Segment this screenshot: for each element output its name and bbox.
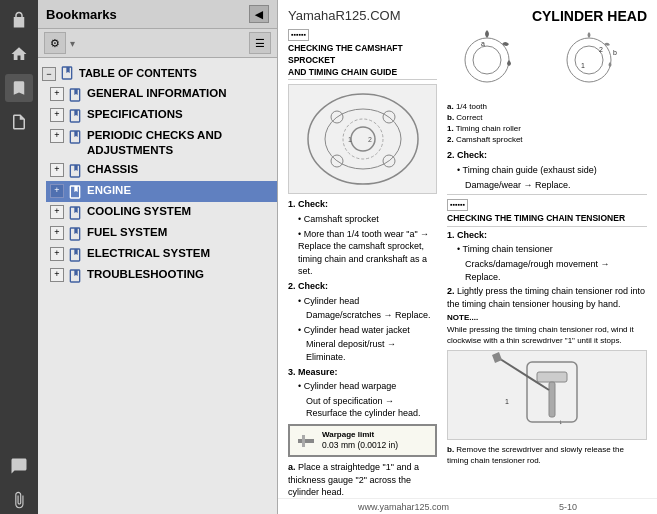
check-tensioner: • Timing chain tensioner bbox=[457, 243, 647, 256]
page-content: YamahaR125.COM CYLINDER HEAD ▪▪▪▪▪▪ CHEC… bbox=[278, 0, 657, 498]
specs-expand[interactable]: + bbox=[50, 108, 64, 122]
legend-1: 1. Timing chain roller bbox=[447, 123, 647, 134]
sidebar-title: Bookmarks bbox=[46, 7, 117, 22]
chassis-label: CHASSIS bbox=[87, 162, 138, 177]
legend-2: 2. Camshaft sprocket bbox=[447, 134, 647, 145]
sidebar-item-general[interactable]: + GENERAL INFORMATION bbox=[46, 84, 277, 105]
sidebar-item-fuel[interactable]: + FUEL SYSTEM bbox=[46, 223, 277, 244]
svg-marker-31 bbox=[492, 352, 502, 363]
cooling-expand[interactable]: + bbox=[50, 205, 64, 219]
section-tag: ▪▪▪▪▪▪ bbox=[288, 29, 309, 41]
sidebar-item-chassis[interactable]: + CHASSIS bbox=[46, 160, 277, 181]
general-expand[interactable]: + bbox=[50, 87, 64, 101]
check-cracks: Cracks/damage/rough movement → Replace. bbox=[465, 258, 647, 283]
svg-rect-28 bbox=[537, 372, 567, 382]
page-header: YamahaR125.COM CYLINDER HEAD bbox=[288, 8, 647, 24]
periodic-label: PERIODIC CHECKS AND ADJUSTMENTS bbox=[87, 128, 273, 158]
step3-warpage: • Cylinder head warpage bbox=[298, 380, 437, 393]
warpage-box: Warpage limit 0.03 mm (0.0012 in) bbox=[288, 424, 437, 457]
step2-mineral: Mineral deposit/rust → Eliminate. bbox=[306, 338, 437, 363]
specs-icon bbox=[67, 108, 83, 124]
periodic-expand[interactable]: + bbox=[50, 129, 64, 143]
footer-page: 5-10 bbox=[559, 502, 577, 512]
toc-root-label: TABLE OF CONTENTS bbox=[79, 67, 197, 79]
step1-camshaft: • Camshaft sprocket bbox=[298, 213, 437, 226]
note2-label: NOTE.... bbox=[447, 312, 647, 323]
svg-point-1 bbox=[325, 109, 401, 169]
sprocket-svg-left: a bbox=[447, 28, 527, 93]
electrical-expand[interactable]: + bbox=[50, 247, 64, 261]
warpage-icon bbox=[296, 431, 316, 451]
sidebar-item-specifications[interactable]: + SPECIFICATIONS bbox=[46, 105, 277, 126]
cooling-icon bbox=[67, 205, 83, 221]
step2: 2. Check: bbox=[288, 280, 437, 293]
chat-icon[interactable] bbox=[5, 452, 33, 480]
right-divider bbox=[447, 194, 647, 195]
electrical-label: ELECTRICAL SYSTEM bbox=[87, 246, 210, 261]
svg-text:2: 2 bbox=[599, 46, 603, 53]
svg-point-22 bbox=[567, 38, 611, 82]
svg-text:1: 1 bbox=[348, 136, 352, 143]
svg-rect-11 bbox=[302, 435, 305, 447]
general-icon bbox=[67, 87, 83, 103]
document-icon[interactable] bbox=[5, 108, 33, 136]
troubleshooting-icon bbox=[67, 268, 83, 284]
step2-right: 2. Check: bbox=[447, 149, 647, 162]
fuel-icon bbox=[67, 226, 83, 242]
sidebar-item-electrical[interactable]: + ELECTRICAL SYSTEM bbox=[46, 244, 277, 265]
left-column: ▪▪▪▪▪▪ CHECKING THE CAMSHAFT SPROCKETAND… bbox=[288, 28, 437, 498]
troubleshooting-expand[interactable]: + bbox=[50, 268, 64, 282]
svg-rect-10 bbox=[298, 439, 314, 443]
sprocket-diagrams: a b bbox=[447, 28, 647, 97]
troubleshooting-label: TROUBLESHOOTING bbox=[87, 267, 204, 282]
svg-text:2: 2 bbox=[368, 136, 372, 143]
left-toolbar bbox=[0, 0, 38, 514]
sidebar-item-cooling[interactable]: + COOLING SYSTEM bbox=[46, 202, 277, 223]
check-step2: 2. Lightly press the timing chain tensio… bbox=[447, 285, 647, 310]
svg-point-20 bbox=[473, 46, 501, 74]
toc-root-expand[interactable]: − bbox=[42, 67, 56, 81]
step2-damage: Damage/scratches → Replace. bbox=[306, 309, 437, 322]
specs-label: SPECIFICATIONS bbox=[87, 107, 183, 122]
chassis-expand[interactable]: + bbox=[50, 163, 64, 177]
sidebar-collapse-button[interactable]: ◀ bbox=[249, 5, 269, 23]
section-title-camshaft: CHECKING THE CAMSHAFT SPROCKETAND TIMING… bbox=[288, 43, 437, 81]
legend-block: a. 1/4 tooth b. Correct 1. Timing chain … bbox=[447, 101, 647, 146]
sidebar-item-periodic[interactable]: + PERIODIC CHECKS AND ADJUSTMENTS bbox=[46, 126, 277, 160]
lock-icon[interactable] bbox=[5, 6, 33, 34]
engine-expand[interactable]: + bbox=[50, 184, 64, 198]
step2-jacket: • Cylinder head water jacket bbox=[298, 324, 437, 337]
check-step1: 1. Check: bbox=[447, 229, 647, 242]
tensioner-svg: 1 ↓ bbox=[477, 352, 617, 437]
right-column: a b bbox=[447, 28, 647, 498]
engine-label: ENGINE bbox=[87, 183, 131, 198]
svg-text:a: a bbox=[481, 40, 485, 47]
footer-site: www.yamahar125.com bbox=[358, 502, 449, 512]
step2-guide-wear: Damage/wear → Replace. bbox=[465, 179, 647, 192]
home-icon[interactable] bbox=[5, 40, 33, 68]
sidebar: Bookmarks ◀ ⚙ ▾ ☰ − TABLE OF CONTENTS + … bbox=[38, 0, 278, 514]
step1: 1. Check: bbox=[288, 198, 437, 211]
warpage-label: Warpage limit bbox=[322, 429, 398, 440]
sidebar-content: − TABLE OF CONTENTS + GENERAL INFORMATIO… bbox=[38, 58, 277, 514]
fuel-expand[interactable]: + bbox=[50, 226, 64, 240]
svg-rect-29 bbox=[549, 382, 555, 417]
svg-text:b: b bbox=[613, 49, 617, 56]
electrical-icon bbox=[67, 247, 83, 263]
sidebar-view-icon[interactable]: ☰ bbox=[249, 32, 271, 54]
main-content: YamahaR125.COM CYLINDER HEAD ▪▪▪▪▪▪ CHEC… bbox=[278, 0, 657, 514]
camshaft-diagram: 1 2 bbox=[288, 84, 437, 194]
svg-point-19 bbox=[465, 38, 509, 82]
page-columns: ▪▪▪▪▪▪ CHECKING THE CAMSHAFT SPROCKETAND… bbox=[288, 28, 647, 498]
toc-root-item[interactable]: − TABLE OF CONTENTS bbox=[38, 62, 277, 84]
sidebar-item-engine[interactable]: + ENGINE bbox=[46, 181, 277, 202]
chassis-icon bbox=[67, 163, 83, 179]
bookmark-icon[interactable] bbox=[5, 74, 33, 102]
clip-icon[interactable] bbox=[5, 486, 33, 514]
note2-text: While pressing the timing chain tensione… bbox=[447, 324, 647, 346]
svg-text:1: 1 bbox=[581, 62, 585, 69]
sprocket-diagram-left: a bbox=[447, 28, 545, 97]
sidebar-item-troubleshooting[interactable]: + TROUBLESHOOTING bbox=[46, 265, 277, 286]
page-site: YamahaR125.COM bbox=[288, 8, 400, 23]
sidebar-gear-icon[interactable]: ⚙ bbox=[44, 32, 66, 54]
